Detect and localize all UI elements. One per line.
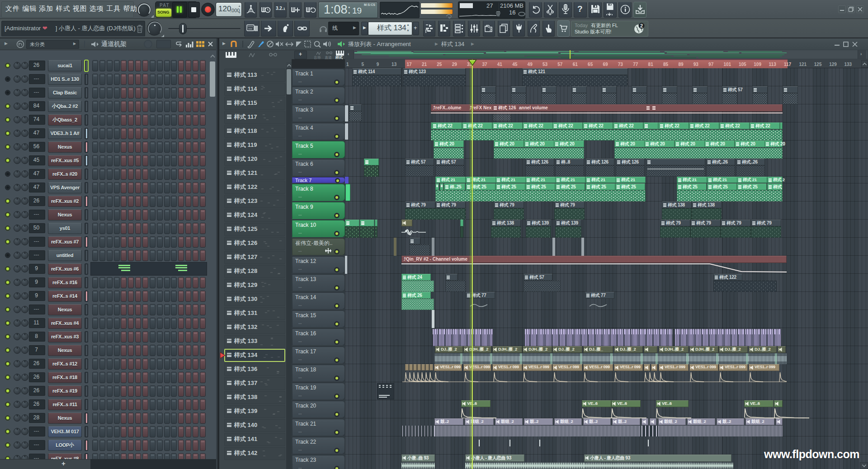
svg-text:2: 2 (640, 23, 643, 28)
